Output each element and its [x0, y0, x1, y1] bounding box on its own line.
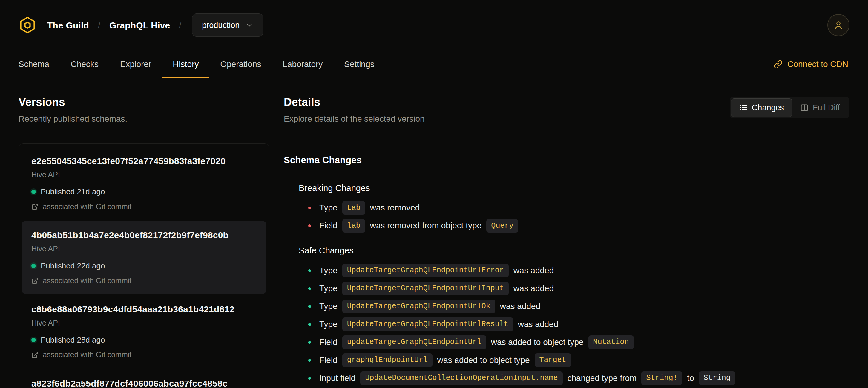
list-icon [739, 103, 748, 112]
change-text: was added [518, 319, 558, 330]
change-list: TypeUpdateTargetGraphQLEndpointUrlErrorw… [308, 264, 849, 388]
version-hash: 4b05ab51b1b4a7e2e4b0ef82172f2b9f7ef98c0b [31, 229, 256, 241]
change-text: Field [319, 337, 338, 348]
change-text: Field [319, 220, 338, 231]
link-icon [774, 60, 782, 69]
code-chip: Query [486, 219, 518, 233]
target-selector-label: production [202, 21, 240, 30]
bullet-icon [308, 269, 311, 272]
hive-logo-icon[interactable] [19, 16, 36, 34]
tab-schema[interactable]: Schema [8, 50, 60, 78]
changes-toggle-button[interactable]: Changes [731, 98, 792, 117]
full-diff-toggle-label: Full Diff [813, 103, 840, 112]
full-diff-toggle-button[interactable]: Full Diff [792, 98, 848, 117]
details-panel: Details Explore details of the selected … [284, 95, 849, 388]
details-header: Details Explore details of the selected … [284, 95, 849, 124]
change-text: was added [514, 265, 554, 276]
change-text: was removed [370, 202, 420, 213]
code-chip: UpdateTargetGraphQLEndpointUrlOk [342, 300, 495, 313]
version-hash: e2e55045345ce13fe07f52a77459b83fa3fe7020 [31, 155, 256, 167]
code-chip: UpdateTargetGraphQLEndpointUrlResult [342, 318, 513, 331]
changes-toggle-label: Changes [752, 103, 784, 112]
code-chip: graphqlEndpointUrl [342, 353, 433, 367]
version-hash: c8b6e88a06793b9c4dfd54aaa21b36a1b421d812 [31, 303, 256, 315]
change-group-title: Breaking Changes [299, 183, 849, 194]
tab-explorer[interactable]: Explorer [109, 50, 162, 78]
tab-operations[interactable]: Operations [209, 50, 272, 78]
versions-subtitle: Recently published schemas. [19, 114, 270, 124]
version-status: Published 28d ago [31, 335, 256, 345]
details-title: Details [284, 95, 425, 110]
change-row: TypeLabwas removed [308, 201, 849, 215]
change-text: Type [319, 319, 338, 330]
code-chip: Mutation [588, 335, 634, 349]
code-chip: Lab [342, 201, 365, 215]
code-chip: lab [342, 219, 365, 233]
change-groups: Breaking ChangesTypeLabwas removedFieldl… [284, 183, 849, 388]
code-chip: String! [641, 371, 682, 385]
bullet-icon [308, 287, 311, 290]
code-chip: UpdateTargetGraphQLEndpointUrlInput [342, 281, 509, 295]
change-row: TypeUpdateTargetGraphQLEndpointUrlErrorw… [308, 264, 849, 277]
version-card[interactable]: a823f6db2a55df877dcf406006abca97fcc4858c… [22, 369, 266, 388]
change-text: was added [500, 301, 540, 312]
versions-panel: Versions Recently published schemas. e2e… [19, 95, 270, 388]
bullet-icon [308, 359, 311, 362]
change-text: Type [319, 202, 338, 213]
connect-cdn-label: Connect to CDN [787, 59, 848, 69]
versions-title: Versions [19, 95, 270, 110]
version-status: Published 22d ago [31, 261, 256, 271]
user-menu-button[interactable] [827, 14, 849, 36]
status-dot-icon [31, 338, 36, 342]
version-card[interactable]: 4b05ab51b1b4a7e2e4b0ef82172f2b9f7ef98c0b… [22, 221, 266, 294]
bullet-icon [308, 323, 311, 326]
version-git-link[interactable]: associated with Git commit [31, 202, 256, 212]
change-row: TypeUpdateTargetGraphQLEndpointUrlOkwas … [308, 300, 849, 313]
version-list: e2e55045345ce13fe07f52a77459b83fa3fe7020… [19, 144, 270, 388]
change-text: changed type from [567, 373, 637, 384]
view-toggle: Changes Full Diff [730, 97, 849, 118]
tab-checks[interactable]: Checks [60, 50, 109, 78]
change-text: was added [514, 283, 554, 294]
breadcrumb-project[interactable]: GraphQL Hive [109, 20, 170, 31]
version-git-label: associated with Git commit [43, 202, 131, 212]
version-published-label: Published 21d ago [41, 187, 105, 197]
bullet-icon [308, 305, 311, 308]
status-dot-icon [31, 264, 36, 268]
change-row: TypeUpdateTargetGraphQLEndpointUrlInputw… [308, 281, 849, 295]
version-git-link[interactable]: associated with Git commit [31, 350, 256, 360]
bullet-icon [308, 377, 311, 380]
tab-history[interactable]: History [162, 50, 209, 78]
version-git-label: associated with Git commit [43, 276, 131, 286]
version-status: Published 21d ago [31, 187, 256, 197]
details-header-text: Details Explore details of the selected … [284, 95, 425, 124]
change-row: TypeUpdateTargetGraphQLEndpointUrlResult… [308, 318, 849, 331]
change-list: TypeLabwas removedFieldlabwas removed fr… [308, 201, 849, 233]
version-git-link[interactable]: associated with Git commit [31, 276, 256, 286]
version-card[interactable]: e2e55045345ce13fe07f52a77459b83fa3fe7020… [22, 147, 266, 220]
diff-icon [800, 103, 809, 112]
schema-changes-title: Schema Changes [284, 154, 849, 166]
breadcrumb: The Guild / GraphQL Hive / production [47, 13, 263, 37]
version-git-label: associated with Git commit [43, 350, 131, 360]
change-row: FieldgraphqlEndpointUrlwas added to obje… [308, 353, 849, 367]
version-service: Hive API [31, 244, 256, 254]
change-text: was removed from object type [370, 220, 482, 231]
nav-tabs-bar: SchemaChecksExplorerHistoryOperationsLab… [0, 50, 868, 78]
code-chip: Target [535, 353, 571, 367]
version-published-label: Published 22d ago [41, 261, 105, 271]
breadcrumb-org[interactable]: The Guild [47, 20, 89, 31]
top-header: The Guild / GraphQL Hive / production [0, 0, 868, 50]
external-link-icon [31, 351, 38, 358]
version-card[interactable]: c8b6e88a06793b9c4dfd54aaa21b36a1b421d812… [22, 295, 266, 368]
chevron-down-icon [246, 21, 253, 29]
nav-tabs: SchemaChecksExplorerHistoryOperationsLab… [8, 50, 385, 78]
change-group-safe: Safe ChangesTypeUpdateTargetGraphQLEndpo… [299, 245, 849, 388]
tab-laboratory[interactable]: Laboratory [272, 50, 333, 78]
tab-settings[interactable]: Settings [333, 50, 385, 78]
version-service: Hive API [31, 170, 256, 180]
connect-cdn-button[interactable]: Connect to CDN [762, 50, 860, 78]
version-published-label: Published 28d ago [41, 335, 105, 345]
target-selector[interactable]: production [192, 13, 263, 37]
change-group-breaking: Breaking ChangesTypeLabwas removedFieldl… [299, 183, 849, 233]
